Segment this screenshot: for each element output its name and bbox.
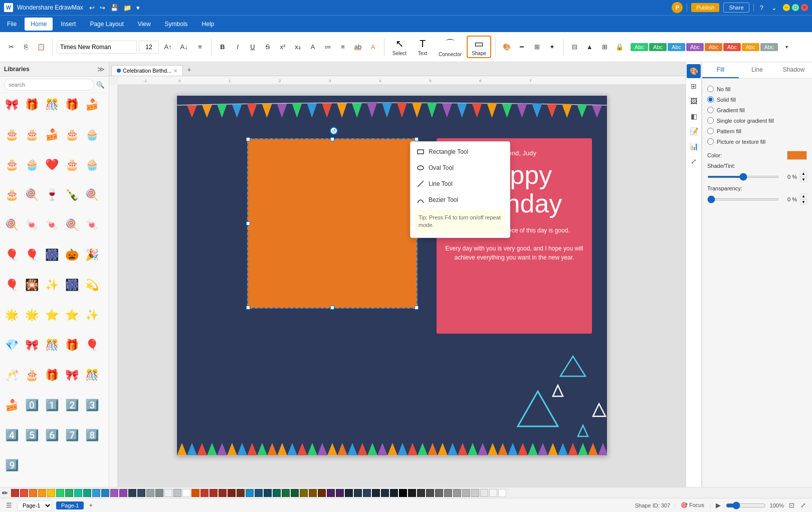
style-preset-4[interactable]: Abc [686,43,704,51]
document-tab[interactable]: Celebration Birthd... ✕ [111,65,183,76]
library-item[interactable]: 🌟 [22,306,41,325]
help-button[interactable]: ? [758,3,765,13]
settings-button[interactable]: ⌄ [769,3,779,13]
page[interactable]: My friend, Judy Happy Birthday Hope ever… [176,95,607,456]
library-item[interactable]: 🍬 [22,215,41,234]
redo-button[interactable]: ↪ [98,3,107,13]
font-size-increase-button[interactable]: A↑ [161,41,175,54]
transform-tool[interactable]: ⊞ [530,41,544,54]
menu-insert[interactable]: Insert [55,18,82,31]
library-item[interactable]: 🍭 [2,215,21,234]
library-item[interactable]: 🎁 [42,366,61,385]
menu-page-layout[interactable]: Page Layout [84,18,129,31]
palette-color[interactable] [327,489,335,497]
palette-color[interactable] [74,489,82,497]
library-item[interactable]: 🎆 [62,276,81,295]
layout-button[interactable]: ⊞ [687,79,701,93]
palette-color[interactable] [146,489,154,497]
no-fill-radio[interactable] [707,86,714,92]
library-item[interactable]: 🎈 [22,245,41,265]
library-item[interactable]: ⭐ [62,306,81,325]
library-item[interactable]: 9️⃣ [2,456,21,475]
library-item[interactable]: 🎊 [82,366,101,385]
style-preset-8[interactable]: Abc [760,43,778,51]
fill-panel-button[interactable]: 🎨 [687,64,701,78]
palette-color[interactable] [92,489,100,497]
palette-color[interactable] [381,489,389,497]
palette-color[interactable] [489,489,497,497]
single-gradient-radio[interactable] [707,117,714,124]
library-item[interactable]: 🧁 [82,125,101,144]
palette-color[interactable] [155,489,163,497]
handle-bm[interactable] [330,306,334,310]
underline-button[interactable]: U [246,41,260,54]
library-item[interactable]: 🍬 [42,215,61,234]
user-avatar[interactable]: P [672,2,683,13]
library-item[interactable]: 🍰 [82,95,101,114]
palette-color[interactable] [182,489,190,497]
library-item[interactable]: 🎂 [62,155,81,174]
shade-down-button[interactable]: ▼ [800,177,807,183]
save-button[interactable]: 💾 [108,3,120,13]
palette-color[interactable] [110,489,118,497]
library-item[interactable]: 🧁 [82,155,101,174]
paste-button[interactable]: 📋 [34,41,48,54]
palette-color[interactable] [56,489,64,497]
bold-button[interactable]: B [216,41,230,54]
palette-color[interactable] [435,489,443,497]
minimize-button[interactable]: ─ [783,4,790,11]
zoom-slider[interactable] [726,501,766,509]
select-tool[interactable]: ↖ Select [388,37,411,57]
copy-button[interactable]: ⎘ [19,41,33,54]
palette-color[interactable] [498,489,506,497]
library-item[interactable]: 🍰 [2,396,21,415]
oval-tool-item[interactable]: Oval Tool [411,160,510,176]
handle-tl[interactable] [246,137,250,141]
library-item[interactable]: ❤️ [42,155,61,174]
palette-color[interactable] [101,489,109,497]
superscript-button[interactable]: x² [276,41,290,54]
style-preset-5[interactable]: Abc [705,43,722,51]
connector-tool[interactable]: ⌒ Connector [435,36,466,58]
library-item[interactable]: 🌟 [2,306,21,325]
palette-color[interactable] [309,489,317,497]
page-list-button[interactable]: ☰ [5,500,13,510]
line-tool-item[interactable]: Line Tool [411,176,510,192]
palette-color[interactable] [264,489,272,497]
library-item[interactable]: 3️⃣ [82,396,101,415]
library-item[interactable]: 🎂 [2,155,21,174]
library-item[interactable]: 6️⃣ [42,426,61,445]
shade-up-button[interactable]: ▲ [800,171,807,177]
palette-color[interactable] [408,489,416,497]
library-item[interactable]: ⭐ [42,306,61,325]
palette-color[interactable] [471,489,479,497]
library-item[interactable]: 🍭 [82,185,101,204]
canvas-workspace[interactable]: My friend, Judy Happy Birthday Hope ever… [118,85,686,487]
maximize-button[interactable]: □ [792,4,799,11]
library-item[interactable]: 🎂 [22,125,41,144]
palette-color[interactable] [282,489,290,497]
fit-page-button[interactable]: ⊡ [788,500,795,510]
library-item[interactable]: 0️⃣ [22,396,41,415]
palette-color[interactable] [318,489,326,497]
pattern-fill-radio[interactable] [707,128,714,134]
image-button[interactable]: 🖼 [687,94,701,108]
handle-tm[interactable] [330,137,334,141]
palette-color[interactable] [200,489,209,497]
palette-color[interactable] [137,489,145,497]
palette-color[interactable] [11,489,19,497]
palette-color[interactable] [38,489,46,497]
library-item[interactable]: 🍰 [42,125,61,144]
library-item[interactable]: 🎊 [42,95,61,114]
library-item[interactable]: 1️⃣ [42,396,61,415]
shade-tint-slider[interactable] [707,176,779,178]
fill-color-tool[interactable]: 🎨 [500,41,514,54]
library-item[interactable]: 🎊 [42,336,61,355]
library-item[interactable]: 🎂 [22,366,41,385]
arrange-button[interactable]: ⊟ [567,41,581,54]
numbered-list-button[interactable]: ≡ [336,41,350,54]
strikethrough-button[interactable]: S [261,41,275,54]
rotation-handle[interactable]: ↺ [330,127,338,135]
palette-color[interactable] [336,489,344,497]
library-item[interactable]: 🍾 [62,185,81,204]
